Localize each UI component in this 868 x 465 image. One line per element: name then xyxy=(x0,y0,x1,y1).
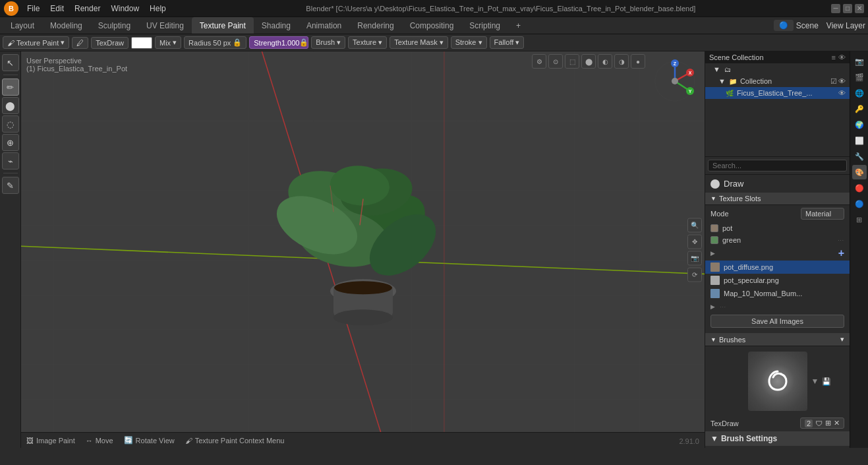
tab-modeling[interactable]: Modeling xyxy=(42,17,90,34)
prop-icon-world[interactable]: 🌍 xyxy=(852,117,867,132)
blend-mode-button[interactable]: Mix ▾ xyxy=(155,36,181,49)
fill-tool-button[interactable]: ⬤ xyxy=(2,97,19,114)
erase-tool-button[interactable]: ◌ xyxy=(2,115,19,133)
viewport-xray-btn[interactable]: ⬚ xyxy=(565,54,579,69)
brush-dropdown-chevron-icon[interactable]: ▼ xyxy=(811,377,819,386)
texdraw-shield-icon: 🛡 xyxy=(815,419,823,427)
color-swatch[interactable] xyxy=(131,37,152,49)
viewport-rendered-btn[interactable]: ● xyxy=(631,54,645,69)
prop-icon-particles[interactable]: 🔴 xyxy=(852,181,867,195)
falloff-button[interactable]: Falloff ▾ xyxy=(490,36,525,49)
brush-name-button[interactable]: TexDraw xyxy=(91,37,129,49)
prop-icon-scene[interactable]: 🔑 xyxy=(852,102,867,116)
scene-label[interactable]: Scene xyxy=(796,21,819,30)
brush-thumbnail[interactable] xyxy=(748,352,807,411)
maximize-button[interactable]: □ xyxy=(843,4,852,13)
texdraw-name-label: TexDraw xyxy=(710,419,739,427)
prop-icon-render[interactable]: 📷 xyxy=(852,54,867,69)
prop-icon-view-layer[interactable]: 🌐 xyxy=(852,86,867,100)
outliner-collection-controls: ☑ 👁 xyxy=(830,77,846,86)
tab-scripting[interactable]: Scripting xyxy=(461,17,508,34)
outliner-collection[interactable]: ▼ 📁 Collection ☑ 👁 xyxy=(705,75,850,87)
brushes-section-header[interactable]: ▼ Brushes ▾ xyxy=(705,333,850,346)
tab-add[interactable]: + xyxy=(508,17,529,34)
prop-icon-modifiers[interactable]: 🔧 xyxy=(852,149,867,164)
pot-diffuse-label: pot_diffuse.png xyxy=(724,263,773,271)
image-slot-expand-icon: ▶ xyxy=(710,250,715,257)
radius-field[interactable]: Radius 50 px 🔒 xyxy=(184,36,246,49)
close-button[interactable]: ✕ xyxy=(855,4,864,13)
strength-field[interactable]: Strength 1.000 🔒 xyxy=(249,36,308,49)
brush-mode-button[interactable]: 🖊 xyxy=(72,37,88,49)
prop-icon-physics[interactable]: 🔵 xyxy=(852,197,867,211)
tab-animation[interactable]: Animation xyxy=(299,17,349,34)
pan-button[interactable]: ✥ xyxy=(687,234,702,249)
tab-sculpting[interactable]: Sculpting xyxy=(90,17,138,34)
viewport-solid-btn[interactable]: ⬤ xyxy=(581,54,596,69)
render-engine-button[interactable]: 🔵 xyxy=(774,20,794,31)
minimize-button[interactable]: ─ xyxy=(831,4,840,13)
slot-pot[interactable]: pot xyxy=(705,222,850,234)
tab-uv-editing[interactable]: UV Editing xyxy=(138,17,192,34)
menu-file[interactable]: File xyxy=(22,3,44,15)
menu-edit[interactable]: Edit xyxy=(45,3,69,15)
img-slot-pot-specular[interactable]: pot_specular.png xyxy=(705,274,850,287)
add-image-slot-button[interactable]: + xyxy=(838,247,844,259)
annotate-tool-button[interactable]: ✎ xyxy=(2,177,19,194)
img-slot-map-normal[interactable]: Map_10_Normal_Bum... xyxy=(705,287,850,300)
smear-tool-button[interactable]: ⌁ xyxy=(2,152,19,170)
texture-mask-button[interactable]: Texture Mask ▾ xyxy=(390,36,448,49)
menu-render[interactable]: Render xyxy=(70,3,105,15)
tab-rendering[interactable]: Rendering xyxy=(349,17,401,34)
outliner-ficus-item[interactable]: 🌿 Ficus_Elastica_Tree_... 👁 xyxy=(705,87,850,99)
prop-icon-constraints[interactable]: ⊞ xyxy=(852,212,867,227)
viewport-shading-btn[interactable]: ⚙ xyxy=(532,54,546,69)
orbit-button[interactable]: ⟳ xyxy=(687,267,702,282)
outliner-filter-icon[interactable]: ≡ xyxy=(832,53,836,61)
tab-shading[interactable]: Shading xyxy=(254,17,299,34)
prop-icon-output[interactable]: 🎬 xyxy=(852,70,867,84)
collection-eye-icon[interactable]: 👁 xyxy=(838,77,846,86)
viewport-material-btn[interactable]: ◐ xyxy=(598,54,612,69)
draw-tool-button[interactable]: ✏ xyxy=(2,78,19,96)
tab-texture-paint[interactable]: Texture Paint xyxy=(192,17,254,34)
viewport[interactable]: User Perspective (1) Ficus_Elastica_Tree… xyxy=(21,51,705,448)
brush-settings-button[interactable]: Brush ▾ xyxy=(311,36,345,49)
properties-search-input[interactable] xyxy=(708,160,847,171)
green-slot-dots: ··· xyxy=(838,237,844,243)
outliner-eye-icon[interactable]: 👁 xyxy=(838,53,846,61)
clone-tool-button[interactable]: ⊕ xyxy=(2,134,19,151)
viewport-render-btn[interactable]: ◑ xyxy=(614,54,629,69)
prop-icon-material[interactable]: 🎨 xyxy=(852,165,867,179)
save-all-images-button[interactable]: Save All Images xyxy=(710,315,844,328)
blender-logo[interactable]: B xyxy=(4,1,18,16)
viewport-gizmo[interactable]: Z X Y xyxy=(652,58,698,104)
mode-select-button[interactable]: 🖌 Texture Paint ▾ xyxy=(3,36,69,49)
tab-layout[interactable]: Layout xyxy=(3,17,42,34)
texture-slots-section-header[interactable]: ▼ Texture Slots xyxy=(705,193,850,205)
view-layer-label[interactable]: View Layer xyxy=(826,21,865,30)
menu-help[interactable]: Help xyxy=(145,3,171,15)
tab-compositing[interactable]: Compositing xyxy=(402,17,462,34)
brush-save-icon[interactable]: 💾 xyxy=(822,377,831,386)
brush-settings-section-header[interactable]: ▼ Brush Settings xyxy=(705,431,850,446)
select-tool-button[interactable]: ↖ xyxy=(2,54,19,71)
outliner-scene-collection[interactable]: ▼ 🗂 xyxy=(705,63,850,75)
menu-window[interactable]: Window xyxy=(106,3,144,15)
texdraw-delete-icon[interactable]: ✕ xyxy=(834,419,840,427)
ficus-eye-icon[interactable]: 👁 xyxy=(838,89,846,97)
camera-button[interactable]: 📷 xyxy=(687,251,702,265)
zoom-in-button[interactable]: 🔍 xyxy=(687,218,702,232)
mode-select[interactable]: Material xyxy=(801,208,844,220)
stroke-button[interactable]: Stroke ▾ xyxy=(451,36,487,49)
viewport-overlay-btn[interactable]: ⊙ xyxy=(548,54,563,69)
collection-checkbox-icon[interactable]: ☑ xyxy=(830,77,837,86)
texdraw-copy-icon[interactable]: ⊞ xyxy=(825,419,831,427)
texture-button[interactable]: Texture ▾ xyxy=(348,36,387,49)
plant-object xyxy=(258,133,469,346)
brush-label-text: Draw xyxy=(724,179,743,189)
prop-icon-object[interactable]: ⬜ xyxy=(852,133,867,148)
img-slot-pot-diffuse[interactable]: pot_diffuse.png xyxy=(705,261,850,274)
slot-green[interactable]: green ··· xyxy=(705,234,850,246)
rotate-icon: 🔄 xyxy=(124,436,133,445)
